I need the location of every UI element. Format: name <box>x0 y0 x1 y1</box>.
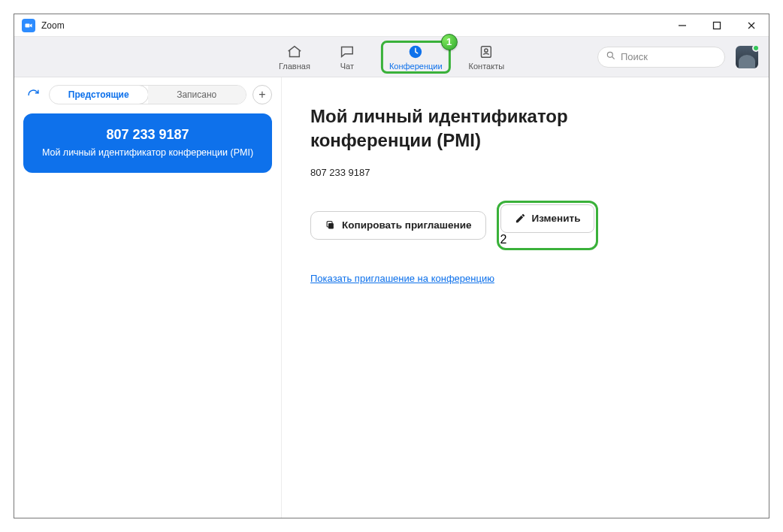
tab-contacts[interactable]: Контакты <box>466 41 508 73</box>
contacts-icon <box>478 44 494 60</box>
tab-home[interactable]: Главная <box>276 41 313 73</box>
presence-dot-icon <box>752 44 760 52</box>
window-minimize-button[interactable] <box>665 14 700 37</box>
copy-button-label: Копировать приглашение <box>342 219 472 231</box>
zoom-logo-icon <box>22 19 35 32</box>
segmented-control: Предстоящие Записано <box>49 85 246 104</box>
main-tabs: Главная Чат Конференции 1 <box>276 37 507 77</box>
annotation-badge-1: 1 <box>441 34 458 50</box>
clock-icon <box>407 44 424 60</box>
content-pane: Мой личный идентификатор конференции (PM… <box>282 77 769 518</box>
annotation-badge-2: 2 <box>500 233 595 246</box>
pencil-icon <box>515 213 526 224</box>
segment-upcoming[interactable]: Предстоящие <box>49 85 149 104</box>
plus-icon: + <box>258 88 265 101</box>
tab-contacts-label: Контакты <box>469 62 505 71</box>
annotation-highlight-1: Конференции 1 <box>381 41 451 74</box>
profile-button[interactable] <box>736 46 758 68</box>
pmi-card-id: 807 233 9187 <box>32 127 263 143</box>
svg-rect-10 <box>328 223 334 229</box>
tab-meetings-label: Конференции <box>389 62 443 71</box>
edit-button[interactable]: Изменить <box>500 204 595 233</box>
tab-chat[interactable]: Чат <box>328 41 366 73</box>
chat-icon <box>339 44 355 60</box>
svg-rect-2 <box>714 22 721 29</box>
search-placeholder: Поиск <box>621 51 648 62</box>
svg-point-7 <box>485 49 488 52</box>
annotation-highlight-2: Изменить 2 <box>497 201 599 250</box>
sidebar: Предстоящие Записано + 807 233 9187 Мой … <box>14 77 282 518</box>
copy-icon <box>325 219 336 231</box>
svg-point-8 <box>607 52 612 57</box>
home-icon <box>286 44 303 60</box>
copy-invitation-button[interactable]: Копировать приглашение <box>310 211 486 240</box>
refresh-button[interactable] <box>23 85 43 104</box>
meeting-id: 807 233 9187 <box>310 167 769 178</box>
segment-recorded[interactable]: Записано <box>148 86 246 104</box>
show-invitation-link[interactable]: Показать приглашение на конференцию <box>310 273 494 284</box>
app-window: Zoom Главная Чат <box>14 14 769 518</box>
search-icon <box>606 50 616 63</box>
titlebar: Zoom <box>14 14 769 37</box>
window-close-button[interactable] <box>734 14 769 37</box>
tab-chat-label: Чат <box>340 62 354 71</box>
tab-meetings[interactable]: Конференции <box>386 41 446 73</box>
tab-home-label: Главная <box>279 62 310 71</box>
svg-rect-0 <box>26 23 30 27</box>
search-input[interactable]: Поиск <box>597 47 725 68</box>
svg-line-9 <box>612 57 615 59</box>
window-maximize-button[interactable] <box>700 14 734 37</box>
add-meeting-button[interactable]: + <box>252 85 272 104</box>
page-title: Мой личный идентификатор конференции (PM… <box>310 104 686 153</box>
window-title: Zoom <box>41 20 65 31</box>
edit-button-label: Изменить <box>532 213 581 224</box>
pmi-card-subtitle: Мой личный идентификатор конференции (PM… <box>32 147 263 158</box>
pmi-card[interactable]: 807 233 9187 Мой личный идентификатор ко… <box>23 113 272 173</box>
top-toolbar: Главная Чат Конференции 1 <box>14 37 769 77</box>
